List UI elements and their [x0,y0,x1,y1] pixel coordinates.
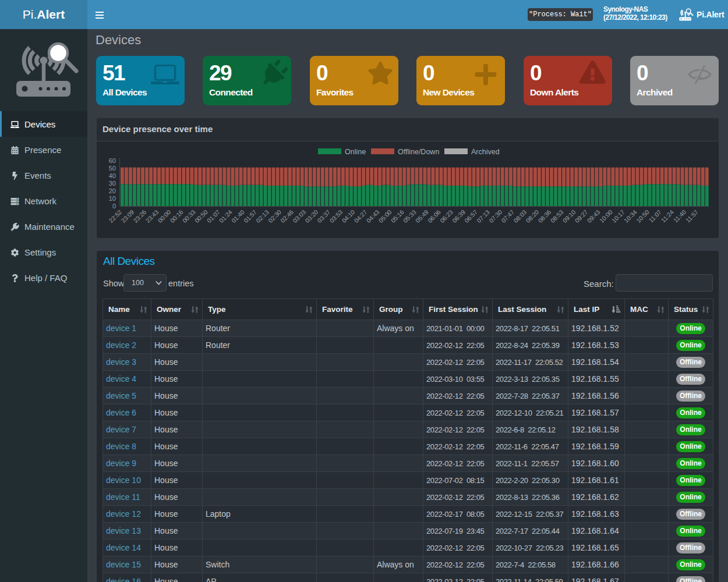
svg-text:23:09: 23:09 [119,208,135,224]
svg-text:08:53: 08:53 [549,208,564,224]
svg-text:10:50: 10:50 [635,208,651,224]
svg-text:08:36: 08:36 [536,208,552,224]
svg-text:08:20: 08:20 [524,208,540,224]
svg-text:07:47: 07:47 [500,208,515,224]
svg-text:01:57: 01:57 [242,208,258,224]
svg-text:07:13: 07:13 [475,208,491,224]
svg-text:00:33: 00:33 [181,208,197,224]
svg-text:01:24: 01:24 [218,208,234,224]
svg-text:Offline/Down: Offline/Down [398,148,439,156]
svg-text:00:16: 00:16 [169,208,185,224]
svg-text:06:57: 06:57 [463,208,479,224]
svg-text:09:27: 09:27 [574,208,589,224]
svg-text:11:07: 11:07 [647,208,663,224]
svg-text:60: 60 [109,157,116,164]
svg-text:09:10: 09:10 [561,208,577,224]
svg-text:04:10: 04:10 [340,208,356,224]
svg-text:02:46: 02:46 [279,208,295,224]
svg-text:03:20: 03:20 [303,208,319,224]
svg-text:09:43: 09:43 [586,208,602,224]
svg-text:06:06: 06:06 [426,208,442,224]
svg-text:40: 40 [109,172,116,179]
svg-text:0: 0 [112,203,116,210]
svg-text:04:27: 04:27 [352,208,368,224]
svg-text:06:23: 06:23 [439,208,454,224]
svg-text:08:03: 08:03 [512,208,528,224]
svg-text:22:52: 22:52 [107,208,123,224]
svg-text:02:13: 02:13 [255,208,270,224]
svg-text:Archived: Archived [471,148,500,156]
svg-text:11:40: 11:40 [672,208,688,224]
svg-text:11:24: 11:24 [659,208,675,224]
svg-text:03:37: 03:37 [316,208,331,224]
svg-text:05:33: 05:33 [402,208,418,224]
svg-text:11:57: 11:57 [684,208,700,224]
svg-text:05:49: 05:49 [414,208,430,224]
svg-text:Online: Online [345,148,366,156]
svg-text:01:40: 01:40 [230,208,246,224]
svg-text:10:34: 10:34 [623,208,638,224]
svg-text:00:00: 00:00 [156,208,172,224]
svg-text:50: 50 [109,165,116,172]
svg-text:10: 10 [109,195,116,202]
svg-text:07:30: 07:30 [487,208,503,224]
svg-text:06:39: 06:39 [451,208,467,224]
svg-text:01:07: 01:07 [206,208,221,224]
svg-text:05:16: 05:16 [390,208,405,224]
svg-text:03:03: 03:03 [291,208,307,224]
svg-text:05:00: 05:00 [377,208,393,224]
svg-text:23:26: 23:26 [132,208,147,224]
svg-text:10:17: 10:17 [610,208,626,224]
svg-text:03:53: 03:53 [328,208,344,224]
svg-text:00:50: 00:50 [193,208,209,224]
svg-text:10:00: 10:00 [598,208,614,224]
svg-text:20: 20 [109,187,116,194]
svg-text:30: 30 [109,180,116,187]
svg-text:02:30: 02:30 [267,208,282,224]
svg-text:04:43: 04:43 [365,208,381,224]
svg-text:23:43: 23:43 [144,208,160,224]
